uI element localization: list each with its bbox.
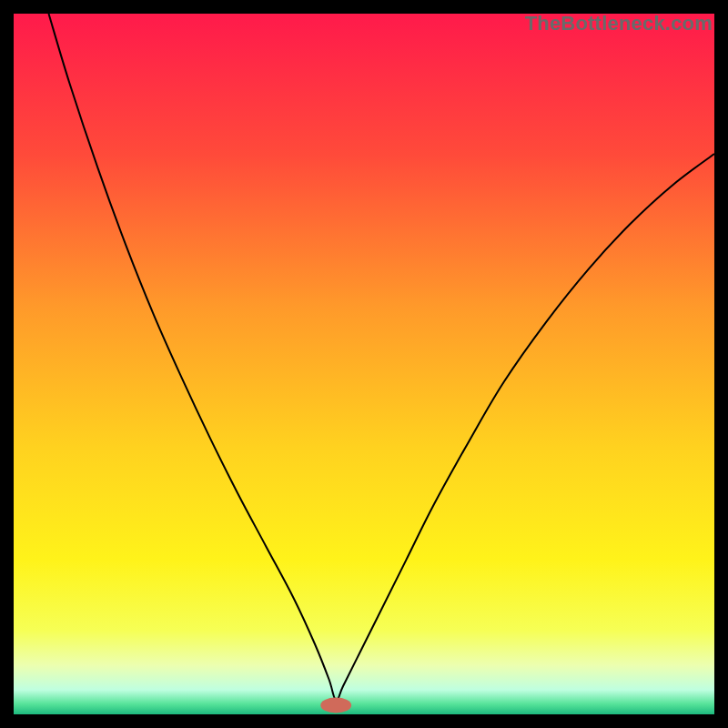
chart-plot (14, 14, 714, 714)
watermark-label: TheBottleneck.com (525, 12, 713, 35)
chart-frame: TheBottleneck.com (14, 14, 714, 714)
chart-background (14, 14, 714, 714)
optimal-marker (320, 698, 351, 713)
